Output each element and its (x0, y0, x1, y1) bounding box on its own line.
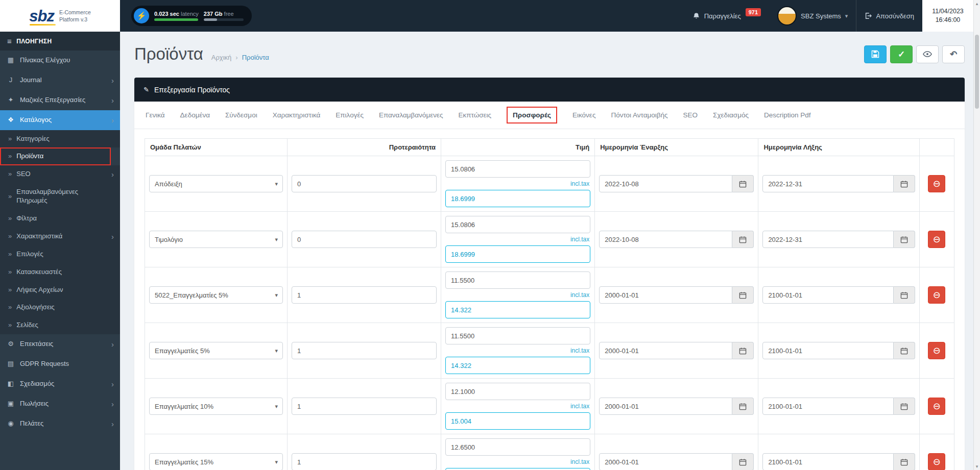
scrollbar-thumb[interactable] (975, 35, 979, 109)
back-button[interactable]: ↶ (942, 45, 965, 63)
tab-design[interactable]: Σχεδιασμός (713, 108, 749, 122)
sidebar-item-manufacturers[interactable]: » Κατασκευαστές (0, 263, 120, 281)
orders-menu[interactable]: Παραγγελίες 971 (684, 0, 769, 32)
price-incl-tax-input[interactable] (445, 301, 590, 318)
price-input[interactable] (445, 160, 590, 178)
date-end-calendar-button[interactable] (894, 175, 915, 192)
price-incl-tax-input[interactable] (445, 412, 590, 430)
price-incl-tax-input[interactable] (445, 190, 590, 207)
customer-group-select[interactable]: Τιμολόγιο (149, 231, 283, 248)
tab-images[interactable]: Εικόνες (572, 108, 595, 122)
priority-input[interactable] (292, 453, 437, 470)
customer-group-select[interactable]: 5022_Επαγγελματίες 5% (149, 286, 283, 304)
price-input[interactable] (445, 383, 590, 400)
customer-group-select[interactable]: Επαγγελματίες 10% (149, 398, 283, 415)
date-end-input[interactable] (762, 342, 893, 359)
price-input[interactable] (445, 438, 590, 456)
date-start-input[interactable] (599, 175, 732, 192)
price-input[interactable] (445, 327, 590, 344)
remove-offer-button[interactable]: ⊖ (928, 231, 945, 248)
sidebar-item-pages[interactable]: » Σελίδες (0, 316, 120, 334)
user-avatar[interactable] (777, 6, 797, 26)
date-end-calendar-button[interactable] (894, 286, 915, 304)
date-start-calendar-button[interactable] (732, 175, 754, 192)
date-start-input[interactable] (599, 231, 732, 248)
date-end-input[interactable] (762, 231, 893, 248)
sidebar-item-seo[interactable]: » SEO › (0, 165, 120, 183)
date-end-input[interactable] (762, 175, 893, 192)
sidebar-item-journal[interactable]: J Journal › (0, 70, 120, 90)
remove-offer-button[interactable]: ⊖ (928, 286, 945, 304)
sidebar-item-filters[interactable]: » Φίλτρα (0, 210, 120, 228)
date-end-input[interactable] (762, 398, 893, 415)
date-start-input[interactable] (599, 286, 732, 304)
date-start-calendar-button[interactable] (732, 286, 754, 304)
customer-group-select[interactable]: Απόδειξη (149, 175, 283, 192)
sidebar-item-catalog[interactable]: ❖ Κατάλογος › (0, 110, 120, 130)
tab-options[interactable]: Επιλογές (336, 108, 364, 122)
sidebar-item-extensions[interactable]: ⚙ Επεκτάσεις › (0, 334, 120, 354)
breadcrumb-current-link[interactable]: Προϊόντα (242, 54, 269, 61)
date-start-calendar-button[interactable] (732, 342, 754, 359)
price-incl-tax-input[interactable] (445, 245, 590, 263)
date-end-input[interactable] (762, 453, 893, 470)
tab-attributes[interactable]: Χαρακτηριστικά (273, 108, 321, 122)
remove-offer-button[interactable]: ⊖ (928, 342, 945, 359)
date-start-calendar-button[interactable] (732, 453, 754, 470)
tab-reward-points[interactable]: Πόντοι Ανταμοιβής (611, 108, 667, 122)
price-incl-tax-input[interactable] (445, 468, 590, 470)
apply-button[interactable]: ✓ (890, 45, 913, 63)
date-start-input[interactable] (599, 453, 732, 470)
user-menu[interactable]: SBZ Systems ▾ (769, 0, 856, 32)
tab-seo[interactable]: SEO (683, 108, 698, 122)
priority-input[interactable] (292, 286, 437, 304)
sidebar-item-attributes[interactable]: » Χαρακτηριστικά › (0, 228, 120, 245)
scroll-down-arrow[interactable]: ▾ (974, 463, 980, 470)
sidebar-item-customers[interactable]: ◉ Πελάτες › (0, 414, 120, 434)
date-start-calendar-button[interactable] (732, 398, 754, 415)
preview-button[interactable] (916, 45, 939, 63)
price-input[interactable] (445, 216, 590, 233)
sidebar-item-design[interactable]: ◧ Σχεδιασμός › (0, 374, 120, 394)
date-start-input[interactable] (599, 398, 732, 415)
remove-offer-button[interactable]: ⊖ (928, 398, 945, 415)
date-end-calendar-button[interactable] (894, 453, 915, 470)
date-end-input[interactable] (762, 286, 893, 304)
priority-input[interactable] (292, 175, 437, 192)
sidebar-item-dashboard[interactable]: ▦ Πίνακας Ελέγχου (0, 51, 120, 70)
date-end-calendar-button[interactable] (894, 398, 915, 415)
date-end-calendar-button[interactable] (894, 342, 915, 359)
sidebar-item-bulk-operations[interactable]: ✦ Μαζικές Επεξεργασίες › (0, 90, 120, 110)
tab-links[interactable]: Σύνδεσμοι (225, 108, 257, 122)
date-start-calendar-button[interactable] (732, 231, 754, 248)
date-end-calendar-button[interactable] (894, 231, 915, 248)
tab-discounts[interactable]: Εκπτώσεις (458, 108, 491, 122)
tab-description-pdf[interactable]: Description Pdf (764, 108, 811, 122)
sidebar-item-recurring-payments[interactable]: » Επαναλαμβανόμενες Πληρωμές (0, 183, 120, 210)
price-input[interactable] (445, 271, 590, 289)
remove-offer-button[interactable]: ⊖ (928, 175, 945, 192)
priority-input[interactable] (292, 398, 437, 415)
date-start-input[interactable] (599, 342, 732, 359)
save-button[interactable] (864, 45, 887, 63)
page-scrollbar[interactable]: ▴ ▾ (973, 0, 980, 470)
sidebar-item-reviews[interactable]: » Αξιολογήσεις (0, 299, 120, 316)
sidebar-item-gdpr-requests[interactable]: ▤ GDPR Requests (0, 354, 120, 374)
logout-button[interactable]: Αποσύνδεση (856, 0, 922, 32)
sidebar-item-options[interactable]: » Επιλογές (0, 245, 120, 263)
remove-offer-button[interactable]: ⊖ (928, 453, 945, 470)
priority-input[interactable] (292, 231, 437, 248)
tab-general[interactable]: Γενικά (146, 108, 165, 122)
breadcrumb-home-link[interactable]: Αρχική (211, 54, 232, 61)
tab-specials[interactable]: Προσφορές (507, 107, 557, 123)
price-incl-tax-input[interactable] (445, 357, 590, 374)
sidebar-item-categories[interactable]: » Κατηγορίες (0, 130, 120, 148)
app-logo[interactable]: sbz E-Commerce Platform v.3 (0, 0, 120, 32)
scroll-up-arrow[interactable]: ▴ (974, 0, 980, 7)
sidebar-item-downloads[interactable]: » Λήψεις Αρχείων (0, 281, 120, 299)
customer-group-select[interactable]: Επαγγελματίες 5% (149, 342, 283, 359)
priority-input[interactable] (292, 342, 437, 359)
customer-group-select[interactable]: Επαγγελματίες 15% (149, 453, 283, 470)
tab-recurring[interactable]: Επαναλαμβανόμενες (379, 108, 443, 122)
sidebar-item-sales[interactable]: ▣ Πωλήσεις › (0, 394, 120, 414)
